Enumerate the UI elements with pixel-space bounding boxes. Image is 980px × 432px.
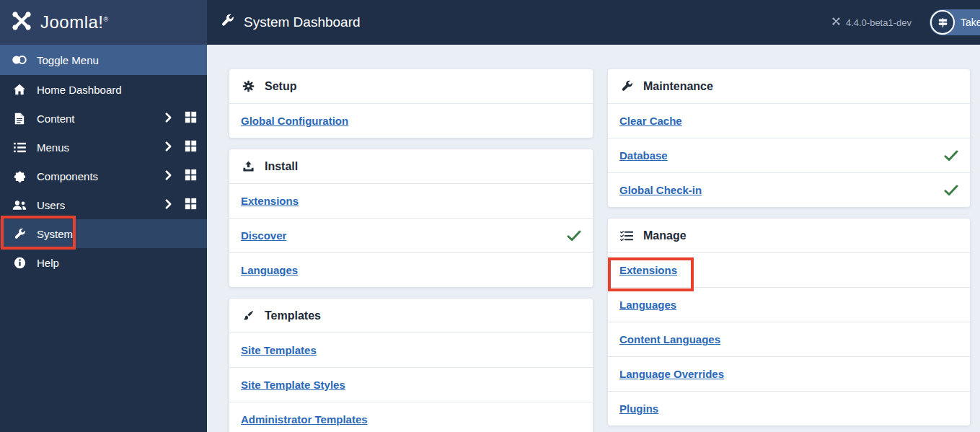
card-title: Maintenance bbox=[643, 80, 713, 93]
joomla-logo: Joomla!® bbox=[0, 0, 207, 45]
check-icon bbox=[944, 185, 958, 196]
site-templates-link[interactable]: Site Templates bbox=[241, 344, 317, 356]
card-header-setup: Setup bbox=[229, 69, 593, 103]
take-a-tour-label: Take bbox=[961, 17, 980, 28]
sidebar-item-label: Home Dashboard bbox=[37, 84, 122, 96]
sidebar-item-label: Components bbox=[37, 170, 98, 182]
sidebar-item-users[interactable]: Users bbox=[0, 190, 207, 219]
card-setup: Setup Global Configuration bbox=[229, 69, 593, 138]
card-row: Discover bbox=[229, 218, 593, 252]
sidebar-item-menus[interactable]: Menus bbox=[0, 133, 207, 162]
global-checkin-link[interactable]: Global Check-in bbox=[619, 184, 702, 196]
users-icon bbox=[12, 200, 27, 211]
sidebar-item-system[interactable]: System bbox=[0, 219, 207, 248]
version-info: 4.4.0-beta1-dev bbox=[831, 0, 911, 45]
card-row: Clear Cache bbox=[608, 103, 970, 138]
sidebar-item-content[interactable]: Content bbox=[0, 104, 207, 133]
card-row: Extensions bbox=[608, 252, 970, 287]
plugins-link[interactable]: Plugins bbox=[619, 402, 658, 415]
dashboard-grid-icon[interactable] bbox=[185, 111, 197, 125]
card-row: Database bbox=[608, 138, 970, 172]
clear-cache-link[interactable]: Clear Cache bbox=[619, 115, 682, 127]
signpost-icon bbox=[930, 10, 955, 35]
main-content: Setup Global Configuration Install Exten… bbox=[207, 45, 980, 432]
content-languages-link[interactable]: Content Languages bbox=[619, 333, 720, 345]
card-header-manage: Manage bbox=[608, 219, 970, 252]
install-extensions-link[interactable]: Extensions bbox=[241, 195, 299, 207]
chevron-right-icon[interactable] bbox=[164, 170, 172, 182]
card-header-install: Install bbox=[229, 149, 593, 183]
sidebar-item-help[interactable]: Help bbox=[0, 248, 207, 277]
card-title: Templates bbox=[265, 309, 321, 322]
sidebar: Toggle Menu Home Dashboard Content Menus bbox=[0, 45, 207, 432]
card-title: Manage bbox=[643, 229, 687, 242]
dashboard-grid-icon[interactable] bbox=[185, 140, 197, 154]
dashboard-grid-icon[interactable] bbox=[185, 198, 197, 212]
chevron-right-icon[interactable] bbox=[164, 199, 172, 211]
wrench-icon bbox=[221, 14, 234, 31]
sidebar-item-label: Menus bbox=[37, 141, 69, 154]
card-row: Languages bbox=[229, 252, 593, 287]
card-title: Install bbox=[265, 160, 298, 173]
upload-icon bbox=[241, 160, 255, 172]
language-overrides-link[interactable]: Language Overrides bbox=[619, 368, 724, 380]
take-a-tour-button[interactable]: Take bbox=[930, 9, 980, 35]
page-title: System Dashboard bbox=[244, 14, 361, 30]
puzzle-icon bbox=[12, 170, 27, 182]
manage-languages-link[interactable]: Languages bbox=[619, 299, 676, 311]
chevron-right-icon[interactable] bbox=[164, 141, 172, 154]
card-row: Global Check-in bbox=[608, 172, 970, 207]
check-icon bbox=[567, 230, 581, 242]
card-row: Administrator Templates bbox=[229, 402, 593, 432]
manage-extensions-link[interactable]: Extensions bbox=[619, 264, 677, 276]
sidebar-item-label: Toggle Menu bbox=[37, 54, 99, 66]
dashboard-grid-icon[interactable] bbox=[185, 169, 197, 183]
card-row: Global Configuration bbox=[229, 103, 593, 138]
list-check-icon bbox=[619, 230, 634, 242]
registered-mark: ® bbox=[104, 16, 109, 23]
sidebar-item-label: Users bbox=[37, 199, 65, 211]
card-row: Languages bbox=[608, 287, 970, 322]
install-languages-link[interactable]: Languages bbox=[241, 264, 298, 276]
sidebar-item-toggle-menu[interactable]: Toggle Menu bbox=[0, 45, 207, 75]
card-title: Setup bbox=[265, 80, 296, 93]
home-icon bbox=[12, 84, 27, 95]
global-configuration-link[interactable]: Global Configuration bbox=[241, 115, 348, 127]
left-column: Setup Global Configuration Install Exten… bbox=[229, 69, 593, 432]
sidebar-item-home-dashboard[interactable]: Home Dashboard bbox=[0, 75, 207, 104]
joomla-logo-icon bbox=[10, 9, 33, 35]
card-header-maintenance: Maintenance bbox=[608, 69, 970, 103]
discover-link[interactable]: Discover bbox=[241, 229, 286, 242]
card-row: Language Overrides bbox=[608, 356, 970, 391]
version-label: 4.4.0-beta1-dev bbox=[846, 17, 911, 28]
card-maintenance: Maintenance Clear Cache Database Global … bbox=[608, 69, 970, 207]
card-header-templates: Templates bbox=[229, 299, 593, 332]
sidebar-item-label: Content bbox=[37, 113, 75, 125]
joomla-version-icon bbox=[831, 17, 841, 28]
toggle-on-icon bbox=[12, 54, 27, 66]
card-row: Site Templates bbox=[229, 332, 593, 367]
file-icon bbox=[12, 113, 27, 125]
administrator-templates-link[interactable]: Administrator Templates bbox=[241, 413, 368, 426]
card-row: Plugins bbox=[608, 391, 970, 426]
card-row: Extensions bbox=[229, 183, 593, 218]
card-install: Install Extensions Discover Languages bbox=[229, 149, 593, 287]
site-template-styles-link[interactable]: Site Template Styles bbox=[241, 379, 345, 391]
card-row: Site Template Styles bbox=[229, 367, 593, 402]
list-icon bbox=[12, 142, 27, 153]
sidebar-item-label: System bbox=[37, 228, 73, 240]
database-link[interactable]: Database bbox=[619, 149, 668, 162]
wrench-icon bbox=[619, 80, 634, 92]
info-circle-icon bbox=[12, 257, 27, 269]
wrench-icon bbox=[12, 228, 27, 240]
page-header: System Dashboard bbox=[221, 0, 361, 45]
sidebar-item-components[interactable]: Components bbox=[0, 162, 207, 190]
brush-icon bbox=[241, 309, 255, 322]
card-row: Content Languages bbox=[608, 322, 970, 356]
sidebar-item-label: Help bbox=[37, 257, 59, 269]
chevron-right-icon[interactable] bbox=[164, 113, 172, 125]
logo-text: Joomla!® bbox=[40, 12, 109, 32]
gear-icon bbox=[241, 80, 255, 92]
card-manage: Manage Extensions Languages Content Lang… bbox=[608, 219, 970, 426]
card-templates: Templates Site Templates Site Template S… bbox=[229, 299, 593, 432]
